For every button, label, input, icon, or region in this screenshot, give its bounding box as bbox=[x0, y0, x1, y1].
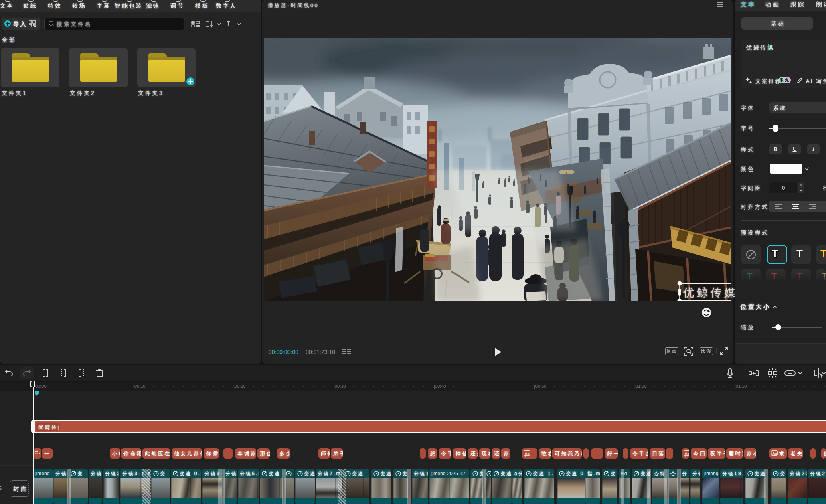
svg-text:Aa: Aa bbox=[772, 451, 777, 455]
svg-text:00:00: 00:00 bbox=[35, 384, 47, 389]
svg-text:Aa: Aa bbox=[685, 451, 689, 455]
svg-text:Aa: Aa bbox=[525, 451, 530, 455]
